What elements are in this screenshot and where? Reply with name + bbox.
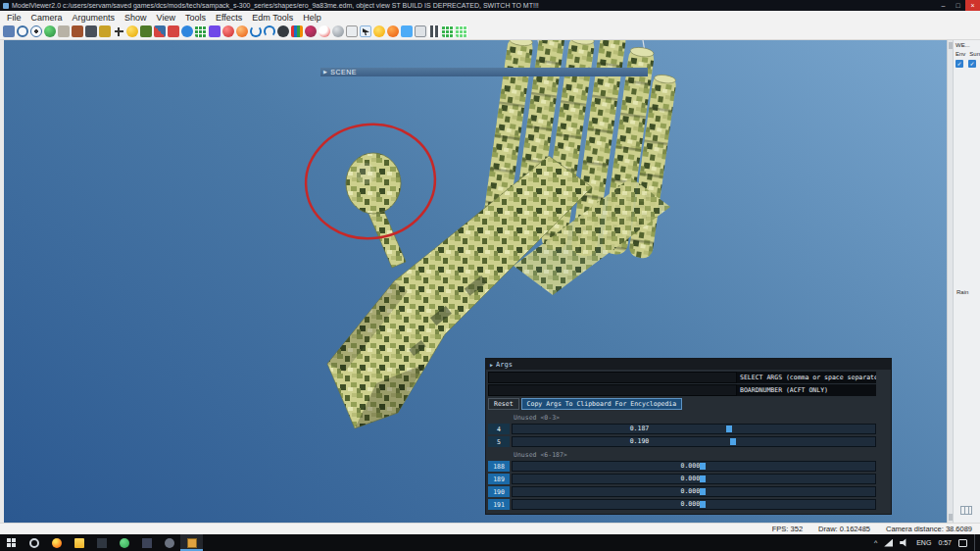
arg-slider[interactable]: 0.000 xyxy=(512,486,876,497)
arg-slider-handle[interactable] xyxy=(700,488,706,495)
taskbar-app-modelviewer[interactable] xyxy=(180,534,203,551)
cursor-icon[interactable] xyxy=(360,25,371,37)
sphere-orange-icon[interactable] xyxy=(236,25,248,37)
taskbar-app-firefox[interactable] xyxy=(45,534,68,551)
rotate-ccw-icon[interactable] xyxy=(250,25,262,37)
menu-arguments[interactable]: Arguments xyxy=(68,13,121,23)
arg-slider-handle[interactable] xyxy=(700,501,706,508)
menu-edm-tools[interactable]: Edm Tools xyxy=(247,13,298,23)
boardnumber-input[interactable] xyxy=(488,384,737,396)
maximize-button[interactable]: □ xyxy=(951,0,965,11)
grid-icon[interactable] xyxy=(195,25,207,37)
arg-id-button[interactable]: 4 xyxy=(488,424,510,434)
arg-id-button[interactable]: 188 xyxy=(488,461,510,472)
menu-tools[interactable]: Tools xyxy=(180,13,211,23)
save-icon[interactable] xyxy=(3,25,15,37)
node-icon[interactable] xyxy=(181,25,193,37)
modelviewer-icon xyxy=(187,538,197,548)
capture-icon[interactable] xyxy=(401,25,413,37)
taskbar-app-green[interactable] xyxy=(113,534,135,551)
sphere-gray-icon[interactable] xyxy=(332,25,344,37)
copy-args-button[interactable]: Copy Args To Clipboard For Encyclopedia xyxy=(521,398,683,410)
face-icon[interactable] xyxy=(387,25,399,37)
arg-slider-handle[interactable] xyxy=(726,426,732,432)
taskbar-app-slate[interactable] xyxy=(135,534,158,551)
app-green-icon xyxy=(120,538,129,548)
menu-camera[interactable]: Camera xyxy=(26,13,68,23)
light-icon[interactable] xyxy=(126,25,138,37)
arg-slider[interactable]: 0.187 xyxy=(512,424,876,434)
select-circle-icon[interactable] xyxy=(17,25,28,37)
document-icon[interactable] xyxy=(415,25,426,37)
arg-id-button[interactable]: 190 xyxy=(488,486,510,497)
taskbar-app-gray[interactable] xyxy=(158,534,180,551)
taskbar-app-dark[interactable] xyxy=(90,534,113,551)
menu-view[interactable]: View xyxy=(152,13,180,23)
arg-slider-handle[interactable] xyxy=(730,438,736,445)
sphere-white-icon[interactable] xyxy=(318,25,330,37)
minimize-button[interactable]: – xyxy=(936,0,951,11)
grid-toggle-icon[interactable] xyxy=(960,506,972,515)
menu-bar: File Camera Arguments Show View Tools Ef… xyxy=(0,11,980,24)
arg-id-button[interactable]: 5 xyxy=(488,436,510,447)
arg-slider[interactable]: 0.190 xyxy=(512,436,876,447)
globe-icon[interactable] xyxy=(44,25,56,37)
sphere-red-icon[interactable] xyxy=(222,25,234,37)
material-icon[interactable] xyxy=(72,25,83,37)
select-ring-icon[interactable] xyxy=(30,25,42,37)
arg-id-button[interactable]: 191 xyxy=(488,499,510,510)
menu-help[interactable]: Help xyxy=(298,13,326,23)
reset-view-icon[interactable] xyxy=(168,25,179,37)
close-button[interactable]: × xyxy=(965,0,980,11)
language-indicator[interactable]: ENG xyxy=(916,539,931,546)
network-icon[interactable] xyxy=(884,539,893,547)
notifications-icon[interactable] xyxy=(958,539,967,547)
arg-slider-handle[interactable] xyxy=(700,476,706,482)
stats-icon[interactable] xyxy=(291,25,303,37)
rotate-cw-icon[interactable] xyxy=(264,25,275,37)
select-args-label: SELECT ARGS (comma or space separated ) xyxy=(737,372,876,383)
sun-icon[interactable] xyxy=(373,25,385,37)
viewport-3d[interactable]: ▶ SCENE ▶ Args SELECT ARGS (comma or spa… xyxy=(4,40,947,523)
arg-id-button[interactable]: 189 xyxy=(488,474,510,484)
volume-icon[interactable] xyxy=(900,538,909,547)
env-checkbox[interactable]: ✓ xyxy=(956,60,963,68)
arg-slider[interactable]: 0.000 xyxy=(512,474,876,484)
taskbar-app-explorer[interactable] xyxy=(68,534,90,551)
add-icon[interactable] xyxy=(113,25,124,37)
firefox-icon xyxy=(52,538,62,548)
cube-icon[interactable] xyxy=(209,25,220,37)
scene-header[interactable]: ▶ SCENE xyxy=(320,68,648,76)
arg-slider-handle[interactable] xyxy=(700,463,706,470)
table-alt-icon[interactable] xyxy=(456,25,467,37)
arg-slider[interactable]: 0.000 xyxy=(512,461,876,472)
eye-icon[interactable] xyxy=(277,25,289,37)
landmark-icon[interactable] xyxy=(99,25,111,37)
pick-icon[interactable] xyxy=(140,25,152,37)
modelviewer-window: ModelViewer2.0 c:/users/servam/saved gam… xyxy=(0,0,980,551)
args-panel: ▶ Args SELECT ARGS (comma or space separ… xyxy=(485,358,892,515)
select-args-input[interactable] xyxy=(488,372,737,383)
film-icon[interactable] xyxy=(428,25,440,37)
args-panel-header[interactable]: ▶ Args xyxy=(486,359,891,370)
sphere-maroon-icon[interactable] xyxy=(305,25,317,37)
axes-icon[interactable] xyxy=(154,25,166,37)
args-expand-icon: ▶ xyxy=(490,362,493,368)
clock[interactable]: 0:57 xyxy=(938,539,952,546)
menu-show[interactable]: Show xyxy=(120,13,152,23)
table-icon[interactable] xyxy=(442,25,454,37)
status-bar: FPS: 352 Draw: 0.162485 Camera distance:… xyxy=(0,523,980,534)
boardnumber-label: BOARDNUMBER (ACFT ONLY) xyxy=(737,384,876,396)
menu-file[interactable]: File xyxy=(2,13,26,23)
reset-button[interactable]: Reset xyxy=(488,398,519,410)
tray-expand-icon[interactable]: ^ xyxy=(874,539,877,546)
start-button[interactable] xyxy=(0,534,23,551)
sun-checkbox[interactable]: ✓ xyxy=(968,60,976,68)
taskbar-app-browser[interactable] xyxy=(23,534,45,551)
arg-slider[interactable]: 0.000 xyxy=(512,499,876,510)
texture-icon[interactable] xyxy=(58,25,70,37)
screen-icon[interactable] xyxy=(85,25,97,37)
show-desktop-strip[interactable] xyxy=(974,534,978,551)
menu-effects[interactable]: Effects xyxy=(211,13,247,23)
page-edit-icon[interactable] xyxy=(346,25,358,37)
